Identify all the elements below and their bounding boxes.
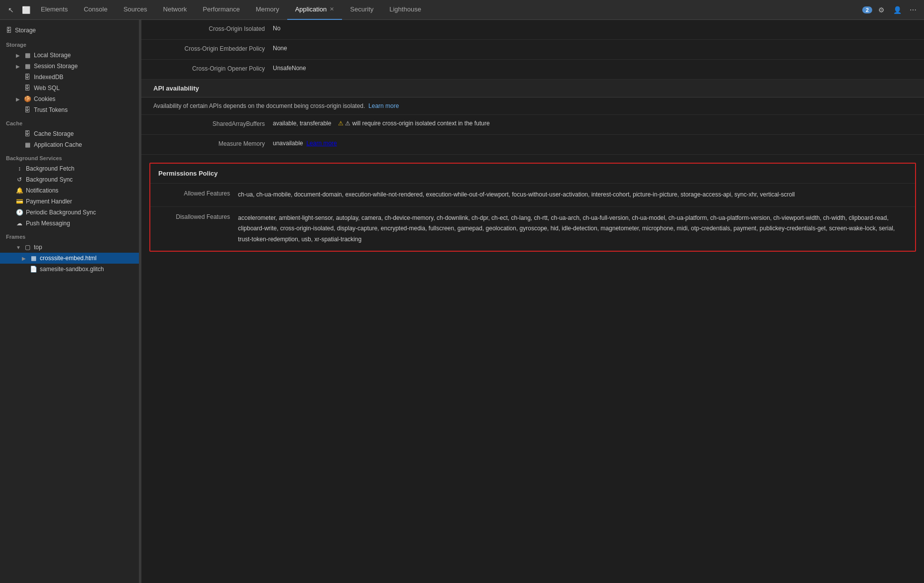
frame-icon: ▦ — [30, 255, 37, 262]
sidebar-section-storage: Storage — [0, 37, 139, 50]
sidebar: 🗄 Storage Storage ▶ ▦ Local Storage ▶ ▦ … — [0, 20, 139, 583]
api-section-header: API availability — [141, 80, 924, 97]
main-layout: 🗄 Storage Storage ▶ ▦ Local Storage ▶ ▦ … — [0, 20, 924, 583]
clock-icon: 🕐 — [16, 209, 23, 216]
db-icon: 🗄 — [24, 130, 31, 137]
tab-application[interactable]: Application ✕ — [287, 0, 343, 20]
sidebar-item-push-messaging[interactable]: ☁ Push Messaging — [0, 218, 139, 229]
sidebar-item-application-cache[interactable]: ▶ ▦ Application Cache — [0, 139, 139, 150]
sidebar-item-payment-handler[interactable]: 💳 Payment Handler — [0, 196, 139, 207]
sidebar-section-cache: Cache — [0, 115, 139, 128]
cursor-icon[interactable]: ↖ — [4, 3, 18, 17]
content-panel: Cross-Origin Isolated No Cross-Origin Em… — [141, 20, 924, 583]
device-icon[interactable]: ⬜ — [19, 3, 33, 17]
sidebar-item-background-sync[interactable]: ↺ Background Sync — [0, 174, 139, 185]
sidebar-section-frames: Frames — [0, 229, 139, 242]
sidebar-item-cache-storage[interactable]: ▶ 🗄 Cache Storage — [0, 128, 139, 139]
row-measure-memory: Measure Memory unavailable Learn more — [141, 135, 924, 155]
expand-arrow-icon: ▶ — [22, 256, 27, 261]
tab-console[interactable]: Console — [76, 0, 116, 20]
api-learn-more-link[interactable]: Learn more — [368, 102, 399, 109]
sidebar-item-top[interactable]: ▼ ▢ top — [0, 242, 139, 253]
more-icon[interactable]: ⋯ — [906, 3, 920, 17]
content-inner: Cross-Origin Isolated No Cross-Origin Em… — [141, 20, 924, 252]
frame-icon: ▢ — [24, 244, 31, 251]
expand-arrow-icon: ▶ — [16, 64, 21, 69]
file-icon: 📄 — [30, 266, 37, 273]
expand-arrow-icon: ▼ — [16, 245, 21, 250]
sidebar-item-cookies[interactable]: ▶ 🍪 Cookies — [0, 94, 139, 104]
fetch-icon: ↕ — [16, 165, 23, 172]
warning-icon: ⚠ — [338, 120, 344, 127]
settings-icon[interactable]: ⚙ — [874, 3, 888, 17]
cloud-icon: ☁ — [16, 220, 23, 227]
toolbar-icons: ↖ ⬜ — [4, 3, 33, 17]
permissions-disallowed-row: Disallowed Features accelerometer, ambie… — [150, 207, 915, 251]
expand-arrow-icon: ▶ — [16, 53, 21, 58]
db-icon: 🗄 — [24, 74, 31, 81]
sidebar-item-periodic-sync[interactable]: 🕐 Periodic Background Sync — [0, 207, 139, 218]
close-tab-icon[interactable]: ✕ — [330, 6, 334, 12]
db-icon: 🗄 — [24, 106, 31, 113]
tab-sources[interactable]: Sources — [116, 0, 155, 20]
expand-arrow-icon: ▶ — [16, 97, 21, 102]
tab-elements[interactable]: Elements — [33, 0, 76, 20]
sidebar-section-background: Background Services — [0, 150, 139, 163]
tab-security[interactable]: Security — [342, 0, 381, 20]
grid-icon: ▦ — [24, 52, 31, 59]
toolbar-right: 2 ⚙ 👤 ⋯ — [862, 3, 920, 17]
sidebar-item-web-sql[interactable]: ▶ 🗄 Web SQL — [0, 83, 139, 94]
tab-lighthouse[interactable]: Lighthouse — [381, 0, 429, 20]
user-icon[interactable]: 👤 — [890, 3, 904, 17]
measure-memory-learn-more-link[interactable]: Learn more — [306, 140, 337, 147]
permissions-policy-box: Permissions Policy Allowed Features ch-u… — [149, 163, 916, 252]
sidebar-item-notifications[interactable]: 🔔 Notifications — [0, 185, 139, 196]
grid-icon: ▦ — [24, 63, 31, 70]
storage-icon: 🗄 — [6, 27, 12, 34]
sidebar-item-crosssite-embed[interactable]: ▶ ▦ crosssite-embed.html — [0, 253, 139, 264]
sidebar-item-local-storage[interactable]: ▶ ▦ Local Storage — [0, 50, 139, 61]
row-cross-origin-opener: Cross-Origin Opener Policy UnsafeNone — [141, 60, 924, 80]
sidebar-item-samesite-sandbox[interactable]: ▶ 📄 samesite-sandbox.glitch — [0, 264, 139, 275]
tab-bar: ↖ ⬜ Elements Console Sources Network Per… — [0, 0, 924, 20]
tab-memory[interactable]: Memory — [248, 0, 287, 20]
sidebar-item-indexeddb[interactable]: ▶ 🗄 IndexedDB — [0, 72, 139, 83]
sidebar-item-storage-top[interactable]: 🗄 Storage — [0, 24, 139, 37]
row-cross-origin-embedder: Cross-Origin Embedder Policy None — [141, 40, 924, 60]
notification-badge: 2 — [862, 6, 872, 13]
cookie-icon: 🍪 — [24, 96, 31, 102]
grid-icon: ▦ — [24, 141, 31, 148]
permissions-allowed-row: Allowed Features ch-ua, ch-ua-mobile, do… — [150, 184, 915, 207]
bell-icon: 🔔 — [16, 187, 23, 194]
sidebar-item-trust-tokens[interactable]: ▶ 🗄 Trust Tokens — [0, 104, 139, 115]
row-cross-origin-isolated: Cross-Origin Isolated No — [141, 20, 924, 40]
tab-performance[interactable]: Performance — [195, 0, 247, 20]
sidebar-item-session-storage[interactable]: ▶ ▦ Session Storage — [0, 61, 139, 72]
payment-icon: 💳 — [16, 198, 23, 205]
db-icon: 🗄 — [24, 85, 31, 92]
permissions-policy-header: Permissions Policy — [150, 164, 915, 184]
row-shared-array-buffers: SharedArrayBuffers available, transferab… — [141, 115, 924, 135]
tab-network[interactable]: Network — [155, 0, 195, 20]
sidebar-item-background-fetch[interactable]: ↕ Background Fetch — [0, 163, 139, 174]
api-description: Availability of certain APIs depends on … — [141, 97, 924, 115]
sync-icon: ↺ — [16, 176, 23, 183]
